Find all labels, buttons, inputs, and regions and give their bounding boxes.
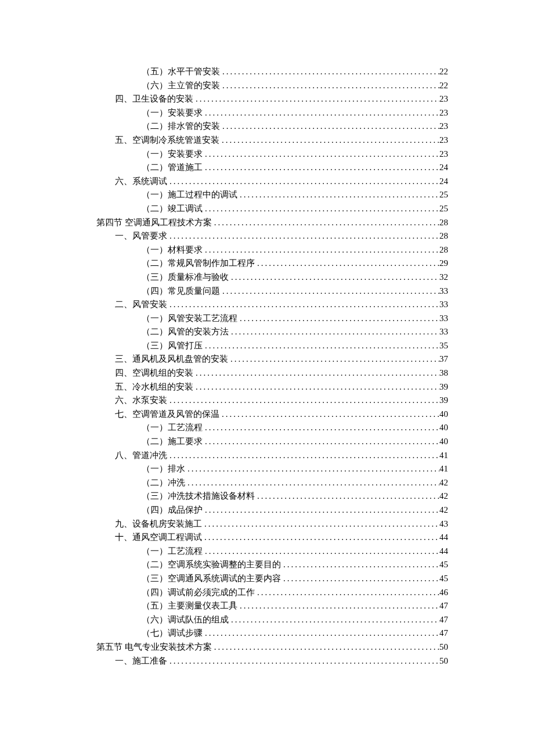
toc-entry: 二、风管安装33 <box>96 298 448 312</box>
toc-entry-page: 24 <box>439 161 448 175</box>
toc-entry-page: 23 <box>439 92 448 106</box>
toc-leader-dots <box>229 271 439 285</box>
toc-entry-label: （五）水平干管安装 <box>142 65 220 79</box>
toc-leader-dots <box>203 435 439 449</box>
toc-leader-dots <box>237 312 439 326</box>
toc-leader-dots <box>167 394 439 408</box>
toc-entry: 三、通风机及风机盘管的安装37 <box>96 352 448 366</box>
toc-entry-label: （一）安装要求 <box>142 106 203 120</box>
toc-entry-page: 25 <box>439 188 448 202</box>
toc-entry-label: （一）工艺流程 <box>142 421 203 435</box>
toc-entry: （二）冲洗42 <box>96 476 448 490</box>
toc-entry-label: （二）施工要求 <box>142 435 203 449</box>
toc-entry-label: （六）调试队伍的组成 <box>142 613 229 627</box>
toc-entry-page: 23 <box>439 147 448 161</box>
toc-leader-dots <box>167 298 439 312</box>
toc-entry: 四、空调机组的安装38 <box>96 366 448 380</box>
toc-entry-page: 43 <box>439 517 448 531</box>
toc-entry-label: 五、冷水机组的安装 <box>115 380 193 394</box>
toc-leader-dots <box>193 92 439 106</box>
toc-entry-label: 一、风管要求 <box>115 229 167 243</box>
toc-entry-label: （三）风管打压 <box>142 339 203 353</box>
toc-entry: （三）风管打压35 <box>96 339 448 353</box>
toc-entry-page: 40 <box>439 408 448 422</box>
toc-entry-page: 39 <box>439 394 448 408</box>
toc-entry-page: 47 <box>439 627 448 640</box>
toc-leader-dots <box>203 421 439 435</box>
toc-leader-dots <box>237 188 439 202</box>
toc-entry: （二）管道施工24 <box>96 161 448 175</box>
toc-entry-page: 50 <box>439 640 448 654</box>
toc-entry-page: 40 <box>439 435 448 449</box>
toc-entry-label: 五、空调制冷系统管道安装 <box>115 134 219 147</box>
toc-entry-label: （三）质量标准与验收 <box>142 271 229 285</box>
toc-entry-label: （三）空调通风系统调试的主要内容 <box>142 572 281 586</box>
toc-entry-page: 38 <box>439 366 448 380</box>
toc-entry-label: （四）调试前必须完成的工作 <box>142 586 255 600</box>
toc-entry-label: （四）常见质量问题 <box>142 285 220 298</box>
toc-entry: （一）工艺流程44 <box>96 545 448 559</box>
toc-entry-label: （一）风管安装工艺流程 <box>142 312 237 326</box>
toc-entry-label: 九、设备机房安装施工 <box>115 517 202 531</box>
toc-leader-dots <box>220 79 439 93</box>
toc-entry-label: 四、空调机组的安装 <box>115 366 193 380</box>
toc-entry: 第五节 电气专业安装技术方案50 <box>96 640 448 654</box>
toc-leader-dots <box>219 134 439 147</box>
toc-leader-dots <box>202 531 439 545</box>
toc-entry-page: 33 <box>439 285 448 298</box>
toc-entry-page: 47 <box>439 613 448 627</box>
toc-entry-label: 第五节 电气专业安装技术方案 <box>96 640 212 654</box>
toc-entry: 六、系统调试24 <box>96 175 448 189</box>
toc-entry: （二）风管的安装方法33 <box>96 325 448 339</box>
toc-leader-dots <box>229 613 439 627</box>
toc-entry-page: 29 <box>439 257 448 271</box>
toc-entry-label: （一）工艺流程 <box>142 545 203 559</box>
toc-entry-label: （六）主立管的安装 <box>142 79 220 93</box>
toc-entry-page: 33 <box>439 325 448 339</box>
toc-leader-dots <box>193 366 439 380</box>
toc-entry-label: （一）安装要求 <box>142 147 203 161</box>
toc-entry: 十、通风空调工程调试44 <box>96 531 448 545</box>
toc-entry: 一、施工准备50 <box>96 654 448 668</box>
toc-entry-page: 28 <box>439 216 448 230</box>
toc-leader-dots <box>203 503 439 517</box>
toc-entry-page: 46 <box>439 586 448 600</box>
toc-leader-dots <box>167 175 439 189</box>
toc-entry-page: 45 <box>439 558 448 572</box>
toc-entry-page: 42 <box>439 476 448 490</box>
toc-entry: （三）冲洗技术措施设备材料42 <box>96 489 448 503</box>
toc-entry-page: 23 <box>439 106 448 120</box>
toc-leader-dots <box>203 161 439 175</box>
toc-entry-label: 四、卫生设备的安装 <box>115 92 193 106</box>
toc-leader-dots <box>185 462 439 476</box>
toc-entry-label: 二、风管安装 <box>115 298 167 312</box>
toc-entry-label: （三）冲洗技术措施设备材料 <box>142 489 255 503</box>
toc-entry: （一）施工过程中的调试25 <box>96 188 448 202</box>
toc-leader-dots <box>203 243 439 257</box>
toc-leader-dots <box>219 408 439 422</box>
toc-entry-page: 40 <box>439 421 448 435</box>
toc-entry-label: 十、通风空调工程调试 <box>115 531 202 545</box>
toc-leader-dots <box>203 202 439 216</box>
toc-entry: 五、冷水机组的安装39 <box>96 380 448 394</box>
toc-entry-page: 37 <box>439 352 448 366</box>
toc-entry-label: 七、空调管道及风管的保温 <box>115 408 219 422</box>
toc-entry: （二）空调系统实验调整的主要目的45 <box>96 558 448 572</box>
toc-entry-page: 23 <box>439 134 448 147</box>
toc-entry: （一）排水41 <box>96 462 448 476</box>
toc-leader-dots <box>255 257 439 271</box>
toc-leader-dots <box>212 216 439 230</box>
toc-entry-page: 28 <box>439 229 448 243</box>
toc-leader-dots <box>202 517 439 531</box>
toc-entry: （一）安装要求23 <box>96 147 448 161</box>
toc-leader-dots <box>255 586 439 600</box>
toc-leader-dots <box>281 558 439 572</box>
toc-entry-page: 44 <box>439 545 448 559</box>
toc-page: （五）水平干管安装22（六）主立管的安装22四、卫生设备的安装23（一）安装要求… <box>0 0 534 714</box>
toc-entry: 五、空调制冷系统管道安装23 <box>96 134 448 147</box>
toc-entry-label: （二）空调系统实验调整的主要目的 <box>142 558 281 572</box>
toc-entry-page: 42 <box>439 489 448 503</box>
toc-entry-label: （二）常规风管制作加工程序 <box>142 257 255 271</box>
toc-entry-label: （一）施工过程中的调试 <box>142 188 237 202</box>
toc-entry: （四）常见质量问题33 <box>96 285 448 298</box>
